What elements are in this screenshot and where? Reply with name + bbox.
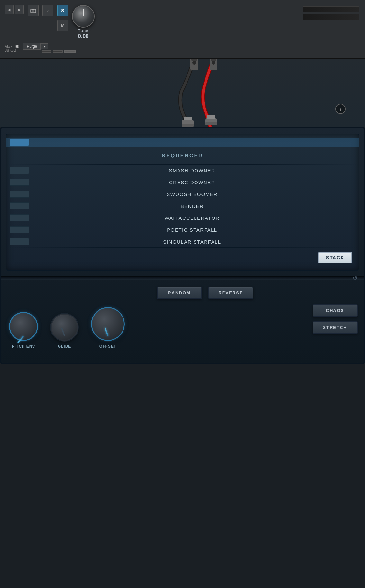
seq-row-5[interactable]: POETIC STARFALL xyxy=(6,225,359,235)
purge-button[interactable]: Purge xyxy=(23,43,41,50)
nav-arrows: ◀ ▶ xyxy=(5,5,24,14)
sequencer-panel: SEQUENCER SMASH DOWNER CRESC DOWNER SWOO… xyxy=(6,134,359,271)
stack-btn-area: STACK xyxy=(6,249,359,267)
divider-0 xyxy=(6,164,359,165)
offset-knob[interactable] xyxy=(91,307,125,341)
reverse-button[interactable]: REVERSE xyxy=(208,287,253,299)
offset-ring xyxy=(90,307,125,342)
mini-bar-3 xyxy=(64,50,76,53)
info-icon-label: i xyxy=(47,8,49,13)
svg-point-5 xyxy=(192,61,196,65)
glide-ring xyxy=(50,313,79,342)
random-reverse-row: RANDOM REVERSE xyxy=(6,287,359,299)
display-bar-1 xyxy=(303,6,359,12)
glide-label: GLIDE xyxy=(58,344,71,349)
tune-knob-indicator xyxy=(83,9,84,16)
right-buttons: CHAOS STRETCH xyxy=(313,304,358,334)
prev-button[interactable]: ◀ xyxy=(5,5,14,14)
divider-7 xyxy=(6,247,359,248)
tune-section: Tune 0.00 xyxy=(72,5,95,40)
seq-indicator-6 xyxy=(10,238,29,245)
seq-name-5: POETIC STARFALL xyxy=(32,227,352,233)
panel-separator: ↺ xyxy=(1,276,364,280)
pitch-env-knob[interactable] xyxy=(9,312,38,341)
bottom-controls: RANDOM REVERSE PITCH ENV xyxy=(1,280,364,363)
seq-row-6[interactable]: SINGULAR STARFALL xyxy=(6,237,359,246)
seq-indicator-2 xyxy=(10,191,29,198)
cable-info-icon: i xyxy=(340,106,341,111)
seq-indicator-4 xyxy=(10,214,29,221)
svg-point-8 xyxy=(212,61,215,65)
display-bar-2 xyxy=(303,14,359,20)
stack-button[interactable]: STACK xyxy=(318,252,352,263)
seq-row-4[interactable]: WAH ACCELERATOR xyxy=(6,213,359,223)
glide-knob[interactable] xyxy=(51,314,78,341)
seq-indicator-3 xyxy=(10,202,29,209)
svg-rect-2 xyxy=(32,9,34,10)
seq-indicator-active xyxy=(10,139,29,146)
seq-name-3: BENDER xyxy=(32,203,352,209)
top-section: ◀ ▶ i S M Tune 0.00 xyxy=(0,0,365,59)
plugin-body: SEQUENCER SMASH DOWNER CRESC DOWNER SWOO… xyxy=(0,127,365,364)
tune-label: Tune xyxy=(78,28,88,33)
stretch-button[interactable]: STRETCH xyxy=(313,321,358,334)
divider-6 xyxy=(6,236,359,236)
camera-button[interactable] xyxy=(28,5,39,16)
svg-rect-4 xyxy=(191,59,197,61)
knobs-and-buttons: PITCH ENV GLIDE OFFSET xyxy=(6,307,359,353)
cable-info-button[interactable]: i xyxy=(335,104,346,114)
svg-point-1 xyxy=(32,10,34,12)
m-button[interactable]: M xyxy=(57,20,68,31)
memory-label: 38 GB xyxy=(5,48,16,53)
tune-text: Tune 0.00 xyxy=(78,28,88,40)
mini-bars xyxy=(42,50,76,53)
svg-rect-10 xyxy=(184,117,192,120)
mini-bar-1 xyxy=(42,50,51,53)
seq-row-2[interactable]: SWOOSH BOOMER xyxy=(6,189,359,199)
knob-glide: GLIDE xyxy=(51,314,78,349)
seq-name-4: WAH ACCELERATOR xyxy=(32,215,352,221)
divider-1 xyxy=(6,176,359,176)
next-button[interactable]: ▶ xyxy=(15,5,24,14)
seq-row-0[interactable]: SMASH DOWNER xyxy=(6,165,359,175)
header-info-button[interactable]: i xyxy=(42,5,53,16)
pitch-env-label: PITCH ENV xyxy=(12,344,35,349)
seq-name-0: SMASH DOWNER xyxy=(32,168,352,173)
knob-offset: OFFSET xyxy=(91,307,125,349)
divider-2 xyxy=(6,188,359,188)
sequencer-selected-row[interactable] xyxy=(6,138,359,147)
random-button[interactable]: RANDOM xyxy=(157,287,202,299)
sequencer-title: SEQUENCER xyxy=(6,150,359,163)
knob-pitch-env: PITCH ENV xyxy=(9,312,38,349)
s-button[interactable]: S xyxy=(57,5,68,16)
seq-row-3[interactable]: BENDER xyxy=(6,201,359,211)
divider-4 xyxy=(6,212,359,212)
sm-buttons: S M xyxy=(57,5,68,31)
svg-rect-14 xyxy=(205,122,217,125)
offset-label: OFFSET xyxy=(99,344,116,349)
svg-rect-13 xyxy=(207,115,215,119)
purge-section: Purge ▼ xyxy=(23,43,48,50)
tune-knob[interactable] xyxy=(72,5,95,28)
bottom-row: Max: 99 Purge ▼ xyxy=(0,40,365,50)
divider-3 xyxy=(6,200,359,200)
tune-value: 0.00 xyxy=(78,33,88,40)
cables-area: i xyxy=(0,59,365,127)
seq-name-6: SINGULAR STARFALL xyxy=(32,239,352,245)
cables-svg xyxy=(162,59,265,127)
seq-name-2: SWOOSH BOOMER xyxy=(32,192,352,197)
seq-name-1: CRESC DOWNER xyxy=(32,180,352,185)
seq-indicator-5 xyxy=(10,226,29,233)
chaos-button[interactable]: CHAOS xyxy=(313,304,358,317)
seq-row-1[interactable]: CRESC DOWNER xyxy=(6,177,359,187)
divider-5 xyxy=(6,224,359,224)
mini-bar-2 xyxy=(53,50,63,53)
display-bars xyxy=(303,6,359,20)
seq-indicator-1 xyxy=(10,179,29,186)
seq-indicator-0 xyxy=(10,167,29,174)
knobs-row: PITCH ENV GLIDE OFFSET xyxy=(6,307,128,349)
svg-rect-11 xyxy=(182,124,194,127)
svg-rect-7 xyxy=(211,59,216,61)
purge-dropdown[interactable]: ▼ xyxy=(41,43,48,49)
